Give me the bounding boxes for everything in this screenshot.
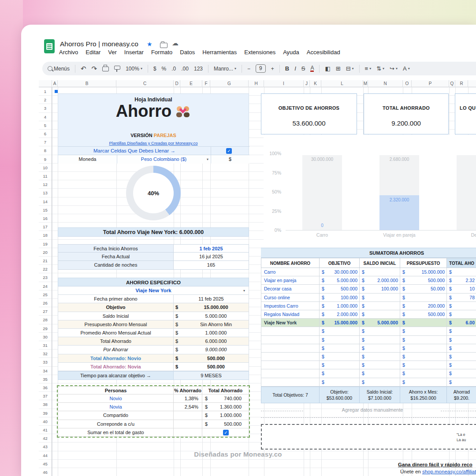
row-header-45[interactable]: 45 [39,460,52,468]
sum-money-cell[interactable]: $ [320,378,360,387]
column-header-R[interactable]: R [455,80,468,87]
text-wrap-button[interactable]: ↪▾ [390,65,398,72]
sum-money-cell[interactable]: $ [400,344,447,353]
column-header-L[interactable]: L [321,80,363,87]
especifico-value[interactable]: 500.000 [183,354,249,363]
especifico-value[interactable]: 1.000.000 [183,329,249,337]
document-title[interactable]: Ahorros Pro | moneasy.co [60,40,138,48]
sum-row-name[interactable] [261,353,320,361]
sum-money-cell[interactable]: $ [320,327,360,335]
row-header-11[interactable]: 11 [39,172,52,180]
row-header-26[interactable]: 26 [39,299,52,307]
sum-money-cell[interactable]: $ [447,268,476,276]
sum-money-cell[interactable]: $ [447,327,476,335]
borders-button[interactable]: ⊞ [336,65,341,72]
column-header-A[interactable]: A [52,80,58,87]
sum-money-cell[interactable]: $ [447,353,476,361]
sum-row-name[interactable]: Regalos Navidad [261,310,320,319]
especifico-value[interactable]: 500.000 [183,363,249,371]
zoom-select[interactable]: 100%▾ [126,66,142,72]
corner-cell[interactable] [39,80,52,87]
sum-money-cell[interactable]: $ [360,361,400,369]
menu-herramientas[interactable]: Herramientas [202,49,237,56]
column-header-C[interactable]: C [116,80,174,87]
row-header-34[interactable]: 34 [39,367,52,375]
row-header-23[interactable]: 23 [39,273,52,282]
persona-total[interactable]: $1.360.000 [202,403,249,411]
menu-datos[interactable]: Datos [180,49,195,56]
sum-money-cell[interactable]: $ [360,327,400,335]
persona-name[interactable]: Correponde a c/u [58,420,174,428]
sum-row-name[interactable]: Decorar casa [261,285,320,293]
column-header-G[interactable]: G [210,80,249,87]
date-value[interactable]: 16 jul 2025 [174,253,249,261]
template-credit-link[interactable]: Plantillas Diseñadas y Creadas por Monea… [58,141,249,145]
sum-money-cell[interactable]: $ [360,369,400,378]
row-header-42[interactable]: 42 [39,434,52,443]
sum-money-cell[interactable]: $ [447,336,476,344]
sum-money-cell[interactable]: $50.000 [400,285,447,293]
sum-row-name[interactable] [261,344,320,353]
persona-name[interactable]: Novia [58,403,174,411]
marcar-checkbox[interactable]: ✓ [226,148,232,154]
row-header-8[interactable]: 8 [39,146,52,155]
sum-row-name[interactable] [261,327,320,335]
decrease-decimals-button[interactable]: .0 [171,66,176,72]
row-header-15[interactable]: 15 [39,206,52,214]
column-header-K[interactable]: K [310,80,321,87]
undo-button[interactable]: ↶ [81,65,86,73]
sum-money-cell[interactable]: $2.32 [447,276,476,285]
row-header-28[interactable]: 28 [39,316,52,324]
row-header-32[interactable]: 32 [39,350,52,358]
row-header-25[interactable]: 25 [39,290,52,299]
sum-money-cell[interactable]: $78 [447,294,476,302]
persona-name[interactable]: Sumar en el total de gasto [58,428,174,437]
tiempo-objetivo-value[interactable]: 9 MESES [174,371,249,380]
row-header-46[interactable]: 46 [39,468,52,476]
sum-money-cell[interactable]: $500.000 [400,310,447,319]
especifico-value[interactable]: 15.000.000 [183,303,249,312]
format-currency-button[interactable]: $ [153,66,156,72]
text-color-button[interactable]: A [310,65,314,72]
menu-insertar[interactable]: Insertar [124,49,144,56]
sum-money-cell[interactable]: $ [360,294,400,302]
column-header-Q[interactable]: Q [449,80,455,87]
affiliates-link[interactable]: shop.moneasy.co/affiliates [422,469,476,474]
currency-symbol-cell[interactable]: $ [211,155,249,164]
especifico-value[interactable]: Sin Ahorro Min [183,320,249,329]
sum-money-cell[interactable]: $ [320,336,360,344]
vertical-align-button[interactable]: ⇅▾ [376,65,384,72]
sum-money-cell[interactable]: $ [320,369,360,378]
move-folder-icon[interactable] [160,43,167,48]
row-header-18[interactable]: 18 [39,231,52,239]
row-header-4[interactable]: 4 [39,113,52,121]
sum-money-cell[interactable]: $ [400,361,447,369]
row-header-5[interactable]: 5 [39,121,52,130]
sum-money-cell[interactable]: $5.000.000 [320,276,360,285]
row-header-3[interactable]: 3 [39,104,52,112]
sum-money-cell[interactable]: $ [400,378,447,387]
row-header-29[interactable]: 29 [39,324,52,333]
paint-format-button[interactable] [114,67,120,70]
row-header-30[interactable]: 30 [39,333,52,341]
format-percent-button[interactable]: % [162,66,167,72]
sum-money-cell[interactable]: $ [360,336,400,344]
especifico-value[interactable]: 11 feb 2025 [174,295,249,303]
horizontal-align-button[interactable]: ≡▾ [365,65,372,72]
sum-row-name[interactable]: Impuestos Carro [261,302,320,310]
column-header-D[interactable]: D [174,80,180,87]
row-header-43[interactable]: 43 [39,443,52,451]
especifico-value[interactable]: 9.000.000 [183,346,249,354]
row-header-16[interactable]: 16 [39,214,52,223]
row-header-37[interactable]: 37 [39,392,52,400]
increase-decimals-button[interactable]: .00 [181,66,189,72]
sum-row-name[interactable] [261,369,320,378]
row-header-17[interactable]: 17 [39,223,52,231]
persona-pct[interactable] [174,420,202,428]
sum-money-cell[interactable]: $ [447,361,476,369]
sum-money-cell[interactable]: $15.000.000 [400,268,447,276]
column-header-I[interactable]: I [264,80,304,87]
star-icon[interactable]: ★ [147,41,152,48]
menu-ayuda[interactable]: Ayuda [283,49,299,56]
row-header-21[interactable]: 21 [39,257,52,265]
